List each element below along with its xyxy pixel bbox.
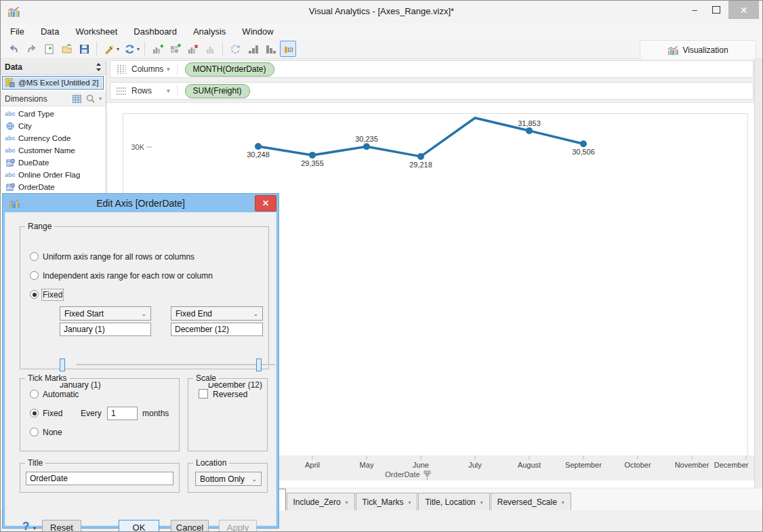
field-card-type[interactable]: abcCard Type <box>1 108 106 120</box>
sort-fields-icon[interactable] <box>96 63 102 71</box>
tab-menu-caret-icon[interactable]: ▾ <box>480 499 483 506</box>
delete-sheet-icon[interactable] <box>184 41 201 57</box>
radio-fixed-range[interactable] <box>30 290 39 299</box>
ok-button[interactable]: OK <box>119 520 159 532</box>
menu-window[interactable]: Window <box>242 26 273 37</box>
save-icon[interactable] <box>76 41 92 57</box>
reset-button[interactable]: Reset <box>42 520 81 532</box>
radio-tick-none-label[interactable]: None <box>43 428 62 437</box>
dialog-titlebar[interactable]: Edit Axis [OrderDate] <box>3 194 279 212</box>
tab-title-location[interactable]: Title, Location▾ <box>418 493 489 511</box>
axis-title-input[interactable] <box>26 472 173 485</box>
range-slider-track[interactable] <box>77 364 275 366</box>
tab-menu-caret-icon[interactable]: ▾ <box>346 499 348 506</box>
field-currency-code[interactable]: abcCurrency Code <box>1 132 106 144</box>
sort-descending-icon[interactable] <box>262 41 279 57</box>
sort-ascending-icon[interactable] <box>245 41 261 57</box>
dialog-close-button[interactable]: ✕ <box>255 195 276 211</box>
range-slider-left-handle[interactable] <box>60 359 65 371</box>
radio-fixed-range-label[interactable]: Fixed <box>43 290 62 300</box>
string-type-icon: abc <box>5 147 16 154</box>
menu-data[interactable]: Data <box>41 26 59 37</box>
tab-menu-caret-icon[interactable]: ▾ <box>408 499 411 506</box>
fixed-start-dropdown[interactable]: Fixed Start⌄ <box>60 306 151 321</box>
maximize-button[interactable] <box>705 1 727 19</box>
swap-axes-icon[interactable] <box>227 41 243 57</box>
rows-shelf[interactable]: Rows ▾ SUM(Freight) <box>110 82 754 100</box>
help-button[interactable]: ? <box>22 520 29 532</box>
view-data-grid-icon[interactable] <box>73 95 81 103</box>
redo-icon[interactable] <box>23 41 39 57</box>
radio-uniform-range-label[interactable]: Uniform axis range for all rows or colum… <box>43 252 194 262</box>
fixed-end-dropdown[interactable]: Fixed End⌄ <box>171 306 263 321</box>
menu-dashboard[interactable]: Dashboard <box>133 26 177 37</box>
reversed-checkbox-label[interactable]: Reversed <box>213 390 247 399</box>
radio-tick-fixed-label[interactable]: Fixed <box>43 409 62 418</box>
edit-axis-dialog[interactable]: Edit Axis [OrderDate] ✕ Range Uniform ax… <box>3 194 279 528</box>
refresh-icon[interactable] <box>121 41 138 57</box>
field-online-order-flag[interactable]: abcOnline Order Flag <box>1 169 106 181</box>
cancel-button[interactable]: Cancel <box>171 520 209 532</box>
columns-pill-month-orderdate[interactable]: MONTH(OrderDate) <box>185 62 274 77</box>
radio-tick-none[interactable] <box>30 428 39 436</box>
string-type-icon: abc <box>5 110 16 117</box>
visualization-tab[interactable]: Visualization <box>640 40 756 59</box>
show-mark-labels-icon[interactable] <box>280 41 296 57</box>
dialog-body: Range Uniform axis range for all rows or… <box>5 212 276 526</box>
columns-shelf[interactable]: Columns ▾ MONTH(OrderDate) <box>110 60 754 78</box>
field-orderdate[interactable]: 12OrderDate <box>1 181 106 193</box>
rows-shelf-caret-icon[interactable]: ▾ <box>167 87 170 94</box>
fixed-end-input[interactable] <box>171 323 263 336</box>
radio-tick-automatic[interactable] <box>30 390 39 398</box>
tab-reversed-scale[interactable]: Reversed_Scale▾ <box>491 493 571 511</box>
field-city[interactable]: City <box>1 120 106 132</box>
menu-analysis[interactable]: Analysis <box>193 26 226 37</box>
minimize-button[interactable]: – <box>684 1 705 19</box>
open-icon[interactable] <box>58 41 75 57</box>
fixed-end-dropdown-value: Fixed End <box>176 309 212 319</box>
menu-file[interactable]: File <box>10 26 24 37</box>
datasource-item[interactable]: @MS Excel [Untitled 2] <box>2 76 104 89</box>
field-duedate[interactable]: 12DueDate <box>1 157 106 169</box>
radio-independent-range[interactable] <box>30 271 39 280</box>
radio-tick-fixed[interactable] <box>30 409 39 417</box>
fixed-start-input[interactable] <box>60 323 151 336</box>
data-pane-title: Data <box>5 62 22 72</box>
title-group: Title <box>20 463 180 493</box>
rows-pill-sum-freight[interactable]: SUM(Freight) <box>185 84 250 98</box>
dimensions-menu-caret-icon[interactable]: ▾ <box>99 96 102 102</box>
radio-tick-automatic-label[interactable]: Automatic <box>43 390 79 399</box>
tab-tick-marks[interactable]: Tick_Marks▾ <box>356 493 418 511</box>
tick-every-input[interactable] <box>107 407 138 420</box>
reversed-checkbox[interactable] <box>199 389 208 398</box>
refresh-caret-icon[interactable]: ▾ <box>137 46 140 52</box>
menu-worksheet[interactable]: Worksheet <box>75 26 117 37</box>
help-caret-icon[interactable]: ▾ <box>33 525 36 531</box>
new-dashboard-icon[interactable] <box>167 41 183 57</box>
field-customer-name[interactable]: abcCustomer Name <box>1 144 106 157</box>
close-button[interactable]: ✕ <box>728 1 759 19</box>
new-workbook-icon[interactable] <box>41 41 57 57</box>
duplicate-sheet-icon[interactable] <box>202 41 218 57</box>
new-worksheet-icon[interactable] <box>149 41 165 57</box>
radio-independent-range-label[interactable]: Independent axis range for each row or c… <box>43 271 213 281</box>
svg-text:30,248: 30,248 <box>247 150 270 159</box>
range-slider-right-handle[interactable] <box>256 359 262 371</box>
apply-button[interactable]: Apply <box>219 520 257 532</box>
string-type-icon: abc <box>5 171 16 178</box>
format-wand-icon[interactable] <box>101 41 117 57</box>
radio-uniform-range[interactable] <box>30 252 39 261</box>
columns-shelf-caret-icon[interactable]: ▾ <box>167 66 170 73</box>
undo-icon[interactable] <box>5 41 22 57</box>
string-type-icon: abc <box>5 135 16 142</box>
title-legend: Title <box>25 458 45 468</box>
dialog-title: Edit Axis [OrderDate] <box>3 198 279 209</box>
tab-menu-caret-icon[interactable]: ▾ <box>562 499 564 506</box>
location-dropdown[interactable]: Bottom Only⌄ <box>195 472 262 486</box>
format-wand-caret-icon[interactable]: ▾ <box>117 46 119 52</box>
menubar: File Data Worksheet Dashboard Analysis W… <box>1 23 762 39</box>
search-icon[interactable] <box>86 94 95 103</box>
tab-include-zero[interactable]: Include_Zero▾ <box>287 493 355 511</box>
chevron-down-icon: ⌄ <box>253 310 258 317</box>
tab-label: Reversed_Scale <box>497 497 557 507</box>
